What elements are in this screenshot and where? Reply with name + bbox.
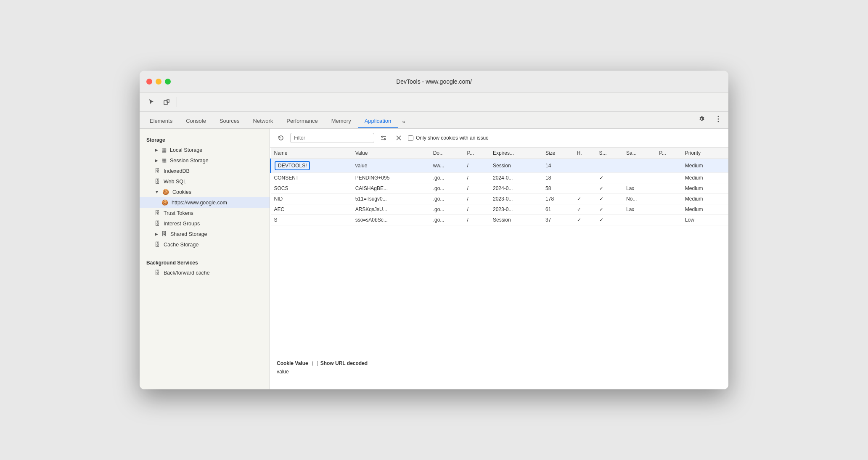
sidebar-item-label: Shared Storage [170, 231, 207, 237]
issue-filter-checkbox[interactable] [408, 135, 413, 141]
table-row[interactable]: NID511=Tsugv0....go.../2023-0...178✓✓No.… [271, 194, 729, 204]
sidebar-item-shared-storage[interactable]: ▶ 🗄 Shared Storage [140, 229, 270, 239]
db-icon: 🗄 [155, 241, 160, 248]
sidebar-item-cookies[interactable]: ▼ 🍪 Cookies [140, 187, 270, 197]
cell-secure: ✓ [596, 183, 623, 194]
cell-name: SOCS [271, 183, 352, 194]
cell-samesite [623, 173, 656, 183]
cell-httponly: ✓ [574, 194, 596, 204]
db-icon: 🗄 [161, 231, 167, 237]
sidebar: Storage ▶ ▦ Local Storage ▶ ▦ Session St… [140, 129, 270, 389]
sidebar-item-label: Interest Groups [164, 221, 200, 227]
sidebar-item-label: Back/forward cache [164, 270, 210, 276]
cell-domain: .go... [430, 215, 464, 225]
sidebar-item-websql[interactable]: 🗄 Web SQL [140, 176, 270, 187]
cell-expires: 2023-0... [490, 194, 542, 204]
cell-priority: Medium [682, 173, 728, 183]
tab-memory[interactable]: Memory [325, 114, 358, 128]
sidebar-item-label: Session Storage [170, 158, 209, 164]
cell-domain: .go... [430, 204, 464, 215]
more-options-icon[interactable] [712, 112, 725, 126]
table-header-row: Name Value Do... P... Expires... Size H.… [271, 148, 729, 159]
filter-bar: Only show cookies with an issue [270, 129, 728, 148]
svg-point-3 [718, 119, 719, 120]
col-name: Name [271, 148, 352, 159]
device-toggle-icon[interactable] [160, 95, 173, 109]
cell-size: 61 [542, 204, 574, 215]
db-icon: 🗄 [155, 178, 160, 185]
cookie-icon: 🍪 [162, 189, 169, 195]
table-row[interactable]: CONSENTPENDING+095.go.../2024-0...18✓Med… [271, 173, 729, 183]
cell-size: 37 [542, 215, 574, 225]
minimize-button[interactable] [156, 79, 161, 85]
cookie-value-content: value [277, 369, 722, 375]
sidebar-item-back-forward-cache[interactable]: 🗄 Back/forward cache [140, 267, 270, 278]
tab-network[interactable]: Network [246, 114, 280, 128]
col-size: Size [542, 148, 574, 159]
cell-name: DEVTOOLS! [271, 159, 352, 173]
tab-more-icon[interactable]: » [398, 115, 409, 128]
grid-icon: ▦ [161, 147, 167, 153]
cell-value: ARSKqsJsU... [352, 204, 430, 215]
cell-value: value [352, 159, 430, 173]
cookie-small-icon: 🍪 [161, 199, 168, 206]
cell-httponly: ✓ [574, 204, 596, 215]
col-domain: Do... [430, 148, 464, 159]
sidebar-item-cache-storage[interactable]: 🗄 Cache Storage [140, 239, 270, 250]
window-title: DevTools - www.google.com/ [396, 78, 472, 85]
cell-path: / [464, 173, 490, 183]
issue-filter-checkbox-label[interactable]: Only show cookies with an issue [408, 135, 489, 141]
cell-path: / [464, 204, 490, 215]
cell-name: NID [271, 194, 352, 204]
db-icon: 🗄 [155, 270, 160, 276]
filter-settings-button[interactable] [378, 132, 389, 144]
sidebar-item-local-storage[interactable]: ▶ ▦ Local Storage [140, 145, 270, 155]
cell-value: CAISHAgBE... [352, 183, 430, 194]
sidebar-item-interest-groups[interactable]: 🗄 Interest Groups [140, 218, 270, 229]
cursor-tool-icon[interactable] [145, 95, 158, 109]
table-row[interactable]: DEVTOOLS!valueww.../Session14Medium [271, 159, 729, 173]
cell-path: / [464, 215, 490, 225]
show-decoded-checkbox[interactable] [312, 361, 318, 366]
tab-elements[interactable]: Elements [143, 114, 179, 128]
maximize-button[interactable] [165, 79, 171, 85]
cookies-table-container[interactable]: Name Value Do... P... Expires... Size H.… [270, 148, 728, 356]
sidebar-item-google-cookies[interactable]: 🍪 https://www.google.com [140, 197, 270, 208]
table-row[interactable]: AECARSKqsJsU....go.../2023-0...61✓✓LaxMe… [271, 204, 729, 215]
sidebar-item-indexeddb[interactable]: 🗄 IndexedDB [140, 166, 270, 176]
cell-httponly [574, 159, 596, 173]
refresh-button[interactable] [275, 132, 287, 144]
close-button[interactable] [146, 79, 152, 85]
arrow-icon: ▶ [155, 158, 158, 163]
sidebar-item-trust-tokens[interactable]: 🗄 Trust Tokens [140, 208, 270, 218]
tab-performance[interactable]: Performance [280, 114, 324, 128]
cell-partition [656, 194, 681, 204]
cell-domain: ww... [430, 159, 464, 173]
cell-path: / [464, 159, 490, 173]
cell-name: S [271, 215, 352, 225]
tab-application[interactable]: Application [358, 114, 398, 128]
filter-input[interactable] [290, 133, 374, 143]
clear-button[interactable] [393, 132, 405, 144]
settings-icon[interactable] [695, 112, 708, 126]
table-row[interactable]: Ssso=sA0bSc....go.../Session37✓✓Low [271, 215, 729, 225]
cell-priority: Medium [682, 159, 728, 173]
cell-partition [656, 159, 681, 173]
col-expires: Expires... [490, 148, 542, 159]
show-decoded-label[interactable]: Show URL decoded [312, 360, 368, 366]
traffic-lights [146, 79, 171, 85]
sidebar-item-session-storage[interactable]: ▶ ▦ Session Storage [140, 155, 270, 166]
sidebar-item-label: Cookies [172, 189, 191, 195]
table-row[interactable]: SOCSCAISHAgBE....go.../2024-0...58✓LaxMe… [271, 183, 729, 194]
main-panel: Only show cookies with an issue Name Val… [270, 129, 728, 389]
tab-console[interactable]: Console [179, 114, 213, 128]
db-icon: 🗄 [155, 168, 160, 174]
cell-expires: Session [490, 215, 542, 225]
content-area: Storage ▶ ▦ Local Storage ▶ ▦ Session St… [140, 129, 728, 389]
col-samesite: Sa... [623, 148, 656, 159]
main-toolbar [140, 93, 728, 112]
tab-sources[interactable]: Sources [213, 114, 246, 128]
cell-path: / [464, 183, 490, 194]
bg-services-section-label: Background Services [140, 256, 270, 267]
svg-point-7 [382, 136, 383, 137]
